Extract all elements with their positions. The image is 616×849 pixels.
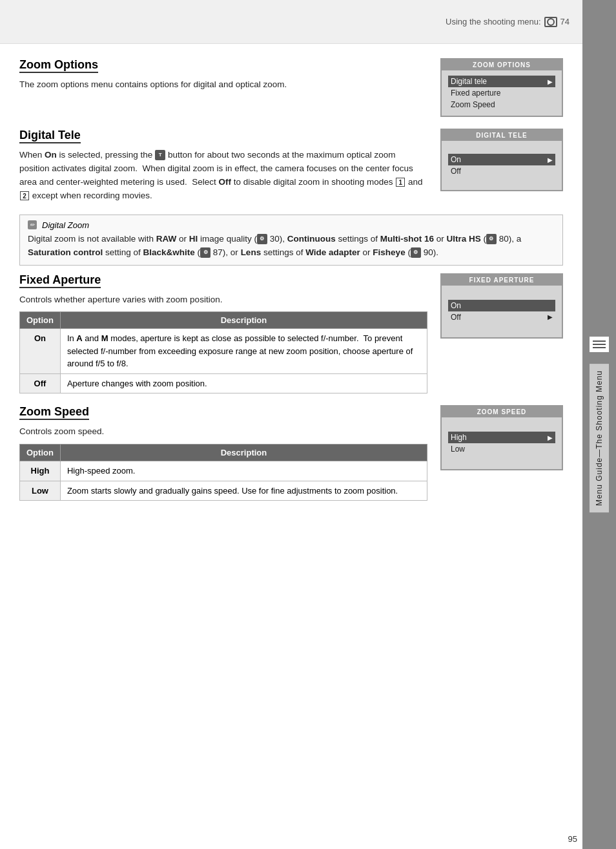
zoom-speed-item-low[interactable]: Low [448, 443, 555, 455]
fixed-option-off: Off [20, 373, 61, 393]
fixed-option-on: On [20, 329, 61, 374]
bw-text: Black&white [143, 247, 195, 257]
zoom-low-label: Low [451, 445, 465, 454]
fixed-aperture-menu: FIXED APERTURE On Off ▶ [440, 273, 563, 399]
digital-tele-text: Digital Tele When On is selected, pressi… [19, 129, 427, 203]
page-number: 95 [568, 834, 577, 844]
fixed-aperture-text: Fixed Aperture Controls whether aperture… [19, 273, 427, 399]
hi-text: HI [189, 234, 198, 244]
digital-tele-off-label: Off [451, 167, 461, 176]
digital-tele-menu: DIGITAL TELE On ▶ Off [440, 129, 563, 203]
raw-text: RAW [156, 234, 177, 244]
ref3-icon: ⚙ [200, 247, 210, 258]
digital-zoom-note: ✏ Digital Zoom Digital zoom is not avail… [19, 215, 563, 266]
fixed-aperture-table: Option Description On In A and M modes, … [19, 311, 427, 393]
zoom-speed-table: Option Description High High-speed zoom.… [19, 444, 427, 501]
pencil-icon: ✏ [28, 220, 37, 229]
ref4-icon: ⚙ [411, 247, 421, 258]
digital-tele-cam-menu: DIGITAL TELE On ▶ Off [440, 129, 563, 191]
zoom-speed-section: Zoom Speed Controls zoom speed. Option D… [19, 405, 563, 506]
main-content: Zoom Options The zoom options menu conta… [0, 45, 582, 823]
zoom-desc-low: Zoom starts slowly and gradually gains s… [60, 481, 427, 501]
zoom-options-menu-body: Digital tele ▶ Fixed aperture Zoom Speed [442, 70, 562, 116]
top-bar: Using the shooting menu: 74 [0, 0, 582, 44]
sidebar-label: Menu Guide—The Shooting Menu [590, 364, 609, 512]
zoom-options-item-3-label: Zoom Speed [451, 100, 495, 109]
mode-2-box: 2 [20, 191, 29, 200]
zoom-options-section: Zoom Options The zoom options menu conta… [19, 58, 563, 117]
zoom-options-item-2-label: Fixed aperture [451, 89, 500, 98]
note-title: ✏ Digital Zoom [28, 220, 555, 230]
on-text: On [45, 150, 57, 160]
table-row: Off Aperture changes with zoom position. [20, 373, 427, 393]
zoom-options-menu: ZOOM OPTIONS Digital tele ▶ Fixed apertu… [440, 58, 563, 117]
digital-tele-menu-body: On ▶ Off [442, 141, 562, 190]
zoom-high-label: High [451, 433, 467, 442]
header-title: Using the shooting menu: [446, 17, 540, 26]
zoom-options-heading: Zoom Options [19, 58, 98, 73]
note-heading: Digital Zoom [42, 220, 89, 230]
digital-tele-item-on[interactable]: On ▶ [448, 154, 555, 165]
zoom-speed-menu-title: ZOOM SPEED [442, 406, 562, 417]
fixed-desc-on: In A and M modes, aperture is kept as cl… [60, 329, 427, 374]
fixed-aperture-menu-title: FIXED APERTURE [442, 275, 562, 286]
fixed-on-label: On [451, 301, 461, 310]
fisheye-text: Fisheye [373, 247, 405, 257]
ref2-icon: ⚙ [486, 234, 497, 244]
camera-settings-icon [544, 17, 557, 27]
sidebar: Menu Guide—The Shooting Menu [582, 0, 616, 849]
fixed-aperture-menu-body: On Off ▶ [442, 286, 562, 337]
wide-text: Wide adapter [305, 247, 360, 257]
off-text: Off [218, 177, 231, 187]
table-row: Low Zoom starts slowly and gradually gai… [20, 481, 427, 501]
zoom-speed-intro: Controls zoom speed. [19, 425, 427, 439]
zoom-options-body: The zoom options menu contains options f… [19, 78, 427, 92]
zoom-speed-text: Zoom Speed Controls zoom speed. Option D… [19, 405, 427, 506]
note-body: Digital zoom is not available with RAW o… [28, 233, 555, 260]
zoom-options-text: Zoom Options The zoom options menu conta… [19, 58, 427, 117]
digital-tele-heading: Digital Tele [19, 129, 81, 143]
zoom-speed-cam-menu: ZOOM SPEED High ▶ Low [440, 405, 563, 470]
fixed-aperture-item-off[interactable]: Off ▶ [448, 311, 555, 323]
table-row: High High-speed zoom. [20, 461, 427, 481]
fixed-aperture-cam-menu: FIXED APERTURE On Off ▶ [440, 273, 563, 339]
zoom-speed-item-high[interactable]: High ▶ [448, 432, 555, 443]
fixed-col2-header: Description [60, 312, 427, 329]
zoom-options-item-2[interactable]: Fixed aperture [448, 87, 555, 99]
fixed-aperture-intro: Controls whether aperture varies with zo… [19, 293, 427, 307]
ref1-icon: ⚙ [257, 234, 267, 244]
zoom-speed-menu-body: High ▶ Low [442, 417, 562, 469]
digital-tele-section: Digital Tele When On is selected, pressi… [19, 129, 563, 203]
fixed-off-arrow: ▶ [548, 313, 553, 320]
digital-tele-item-off[interactable]: Off [448, 165, 555, 177]
digital-tele-on-arrow: ▶ [548, 156, 553, 163]
zoom-desc-high: High-speed zoom. [60, 461, 427, 481]
zoom-high-arrow: ▶ [548, 434, 553, 441]
header-content: Using the shooting menu: 74 [446, 17, 570, 27]
fixed-aperture-item-on[interactable]: On [448, 300, 555, 311]
t-button-icon: T [155, 150, 165, 160]
multishot-text: Multi-shot 16 [380, 234, 434, 244]
zoom-option-high: High [20, 461, 61, 481]
zoom-option-low: Low [20, 481, 61, 501]
table-row: On In A and M modes, aperture is kept as… [20, 329, 427, 374]
ultrahs-text: Ultra HS [446, 234, 480, 244]
header-page-ref: 74 [560, 17, 570, 26]
zoom-speed-heading: Zoom Speed [19, 405, 89, 420]
fixed-desc-off: Aperture changes with zoom position. [60, 373, 427, 393]
menu-icon [590, 337, 609, 352]
mode-1-box: 1 [396, 178, 405, 187]
zoom-options-item-3[interactable]: Zoom Speed [448, 99, 555, 110]
zoom-options-item-1[interactable]: Digital tele ▶ [448, 76, 555, 87]
zoom-options-item-1-arrow: ▶ [548, 78, 553, 85]
zoom-col1-header: Option [20, 445, 61, 461]
zoom-speed-menu: ZOOM SPEED High ▶ Low [440, 405, 563, 506]
digital-tele-on-label: On [451, 155, 461, 164]
zoom-options-item-1-label: Digital tele [451, 77, 487, 86]
lens-text: Lens [241, 247, 262, 257]
fixed-aperture-heading: Fixed Aperture [19, 273, 101, 288]
fixed-col1-header: Option [20, 312, 61, 329]
digital-tele-menu-title: DIGITAL TELE [442, 130, 562, 141]
fixed-off-label: Off [451, 313, 461, 322]
digital-tele-body: When On is selected, pressing the T butt… [19, 149, 427, 203]
